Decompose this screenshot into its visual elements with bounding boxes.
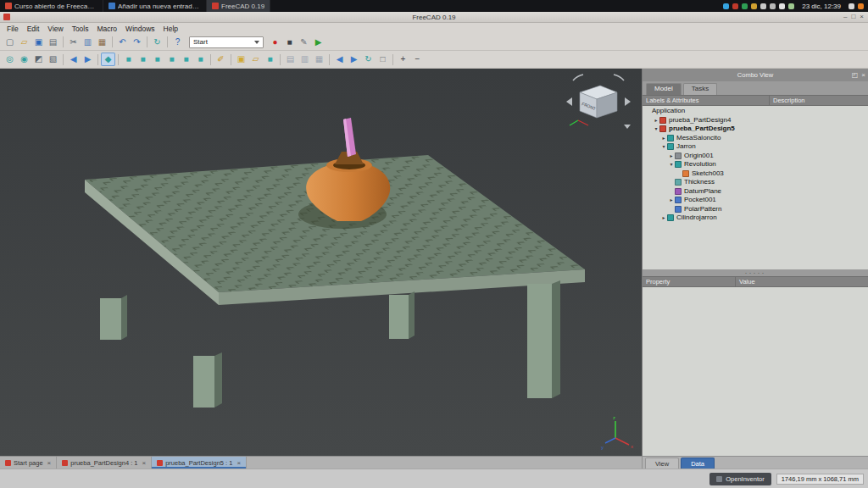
maximize-button[interactable]: □	[851, 12, 855, 22]
view-bottom-icon[interactable]: ■	[179, 53, 193, 66]
paste-icon[interactable]: ▦	[95, 36, 109, 49]
tree-item-mesasaloncito[interactable]: ▸MesaSaloncito	[643, 134, 868, 143]
view-right-icon[interactable]: ■	[150, 53, 164, 66]
tree-item-prueba_partdesign4[interactable]: ▸prueba_PartDesign4	[643, 116, 868, 125]
table-legs[interactable]	[100, 284, 552, 408]
document-tab-2[interactable]: prueba_PartDesign4 : 1×	[57, 457, 152, 469]
select-box-icon[interactable]: ▧	[46, 53, 60, 66]
tab-view[interactable]: View	[645, 458, 679, 469]
chat-tray-icon[interactable]	[723, 3, 729, 9]
whats-this-icon[interactable]: ?	[170, 36, 185, 49]
taskbar-window-2[interactable]: Añadir una nueva entrada <...	[103, 0, 207, 12]
tab-data[interactable]: Data	[681, 458, 715, 469]
close-tab-icon[interactable]: ×	[47, 459, 52, 467]
copy-icon[interactable]: ▥	[81, 36, 95, 49]
view-left-icon[interactable]: ■	[193, 53, 208, 66]
close-tab-icon[interactable]: ×	[142, 459, 147, 467]
create-sketch-icon[interactable]: ▤	[283, 53, 298, 66]
menu-windows[interactable]: Windows	[121, 25, 159, 33]
network-icon[interactable]	[779, 3, 785, 9]
property-editor[interactable]	[643, 287, 868, 456]
renderer-button[interactable]: OpenInventor	[709, 473, 771, 485]
view-isometric-icon[interactable]: ◆	[101, 53, 115, 66]
menu-view[interactable]: View	[43, 25, 67, 33]
tree-item-datumplane[interactable]: DatumPlane	[643, 187, 868, 197]
close-button[interactable]: ×	[860, 12, 864, 22]
volume-icon[interactable]	[770, 3, 776, 9]
macro-record-icon[interactable]: ●	[268, 36, 282, 49]
value-column-header[interactable]: Value	[736, 278, 868, 286]
navcube-menu-icon[interactable]	[624, 125, 631, 129]
document-tab-1[interactable]: Start page×	[0, 457, 57, 469]
fit-selection-icon[interactable]: ◉	[17, 53, 31, 66]
taskbar-window-1[interactable]: Curso abierto de Freecad B...	[0, 0, 103, 12]
tree-item-jarron[interactable]: ▾Jarron	[643, 142, 868, 152]
vase-model[interactable]	[306, 118, 390, 221]
tree-item-thickness[interactable]: Thickness	[643, 178, 868, 187]
nav-back-icon[interactable]: ◀	[66, 53, 81, 66]
minimize-button[interactable]: –	[843, 12, 847, 22]
menu-tools[interactable]: Tools	[68, 25, 93, 33]
view-top-icon[interactable]: ■	[136, 53, 150, 66]
expander-icon[interactable]: ▾	[668, 160, 675, 169]
document-tab-3[interactable]: prueba_PartDesign5 : 1×	[152, 457, 247, 469]
draw-style-icon[interactable]: ◩	[31, 53, 46, 66]
refresh-view-icon[interactable]: ↻	[361, 53, 376, 66]
expander-icon[interactable]: ▾	[653, 125, 659, 134]
rotate-right-arrow-icon[interactable]	[625, 97, 631, 106]
app-tray-icon[interactable]	[732, 3, 738, 9]
macro-execute-icon[interactable]: ▶	[311, 36, 326, 49]
refresh-icon[interactable]: ↻	[150, 36, 164, 49]
property-column-header[interactable]: Property	[643, 277, 736, 286]
menu-macro[interactable]: Macro	[92, 25, 121, 33]
map-sketch-icon[interactable]: ▦	[312, 53, 326, 66]
nav-forward-icon[interactable]: ▶	[81, 53, 95, 66]
notifications-icon[interactable]	[849, 3, 854, 9]
macro-edit-icon[interactable]: ✎	[297, 36, 311, 49]
workbench-selector[interactable]: Start	[189, 36, 264, 48]
create-group-icon[interactable]: ▱	[248, 53, 263, 66]
expander-icon[interactable]: ▸	[660, 134, 667, 143]
media-tray-icon[interactable]	[742, 3, 748, 9]
bounding-box-icon[interactable]: □	[376, 53, 390, 66]
new-document-icon[interactable]: ▢	[3, 36, 17, 49]
tree-item-sketch003[interactable]: Sketch003	[643, 169, 868, 179]
tree-item-prueba_partdesign5[interactable]: ▾prueba_PartDesign5	[643, 125, 868, 134]
save-icon[interactable]: ▣	[31, 36, 46, 49]
menu-help[interactable]: Help	[159, 25, 182, 33]
prev-view-icon[interactable]: ◀	[332, 53, 347, 66]
clock[interactable]: 23 dic, 12:39	[802, 3, 841, 10]
stick-model[interactable]	[343, 118, 356, 157]
labels-attributes-column-header[interactable]: Labels & Attributes	[643, 96, 770, 105]
panel-splitter[interactable]: ·····	[643, 269, 868, 276]
menu-file[interactable]: File	[3, 25, 23, 33]
float-panel-icon[interactable]: ◰	[852, 71, 859, 79]
combo-view-titlebar[interactable]: Combo View ◰ ×	[643, 69, 868, 81]
fit-all-icon[interactable]: ◎	[3, 53, 17, 66]
cut-icon[interactable]: ✂	[66, 36, 81, 49]
window-titlebar[interactable]: FreeCAD 0.19 –□×	[0, 12, 868, 23]
expander-icon[interactable]: ▾	[660, 142, 667, 152]
create-part-icon[interactable]: ▣	[234, 53, 248, 66]
measure-icon[interactable]: ✐	[214, 53, 228, 66]
viewport-canvas[interactable]: FRONT z x y	[0, 69, 642, 456]
tree-item-revolution[interactable]: ▾Revolution	[643, 160, 868, 169]
redo-icon[interactable]: ↷	[130, 36, 144, 49]
expander-icon[interactable]: ▸	[668, 196, 675, 205]
tree-item-origin001[interactable]: ▸Origin001	[643, 152, 868, 161]
edit-sketch-icon[interactable]: ▥	[298, 53, 312, 66]
open-file-icon[interactable]: ▱	[17, 36, 31, 49]
undo-icon[interactable]: ↶	[115, 36, 130, 49]
tab-model[interactable]: Model	[646, 83, 682, 95]
next-view-icon[interactable]: ▶	[347, 53, 361, 66]
keyboard-layout-icon[interactable]	[760, 3, 766, 9]
tree-item-polarpattern[interactable]: PolarPattern	[643, 205, 868, 214]
view-front-icon[interactable]: ■	[121, 53, 136, 66]
print-icon[interactable]: ▤	[46, 36, 60, 49]
zoom-in-icon[interactable]: +	[396, 53, 410, 66]
zoom-out-icon[interactable]: −	[410, 53, 425, 66]
tree-item-cilindrojarron[interactable]: ▸Cilindrojarron	[643, 214, 868, 223]
tree-item-application[interactable]: Application	[643, 107, 868, 116]
session-menu-icon[interactable]	[858, 3, 864, 9]
tab-tasks[interactable]: Tasks	[683, 83, 717, 95]
